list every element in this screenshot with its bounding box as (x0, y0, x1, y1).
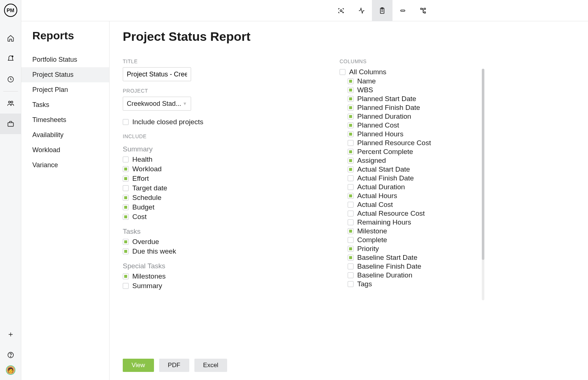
checkbox[interactable] (348, 272, 354, 278)
checkbox[interactable] (348, 96, 354, 102)
column-item-tags[interactable]: Tags (340, 280, 479, 288)
column-item-name[interactable]: Name (340, 77, 479, 86)
column-item-complete[interactable]: Complete (340, 236, 479, 244)
sidebar-item-portfolio-status[interactable]: Portfolio Status (21, 52, 109, 67)
checkbox[interactable] (348, 105, 354, 111)
title-input[interactable] (123, 67, 191, 81)
include-item-overdue[interactable]: Overdue (123, 237, 295, 247)
include-item-workload[interactable]: Workload (123, 164, 295, 174)
checkbox[interactable] (348, 122, 354, 128)
column-item-baseline-finish-date[interactable]: Baseline Finish Date (340, 262, 479, 271)
columns-scrollbar[interactable] (482, 69, 484, 300)
column-item-baseline-start-date[interactable]: Baseline Start Date (340, 253, 479, 262)
include-item-health[interactable]: Health (123, 155, 295, 164)
nav-notifications[interactable] (0, 49, 21, 69)
checkbox[interactable] (123, 214, 129, 220)
nav-recent[interactable] (0, 69, 21, 90)
sidebar-item-variance[interactable]: Variance (21, 158, 109, 173)
sidebar-item-tasks[interactable]: Tasks (21, 97, 109, 112)
checkbox[interactable] (348, 219, 354, 225)
column-item-planned-cost[interactable]: Planned Cost (340, 121, 479, 130)
column-item-planned-duration[interactable]: Planned Duration (340, 112, 479, 121)
all-columns-checkbox[interactable] (340, 69, 345, 75)
checkbox[interactable] (348, 202, 354, 208)
checkbox[interactable] (123, 185, 129, 191)
pdf-button[interactable]: PDF (159, 359, 189, 372)
column-item-actual-duration[interactable]: Actual Duration (340, 183, 479, 191)
checkbox[interactable] (348, 149, 354, 155)
checkbox[interactable] (348, 228, 354, 234)
checkbox[interactable] (348, 246, 354, 252)
checkbox[interactable] (348, 175, 354, 181)
checkbox[interactable] (348, 140, 354, 146)
include-item-milestones[interactable]: Milestones (123, 272, 295, 281)
project-select[interactable]: Creekwood Stad... ▼ (123, 97, 191, 111)
checkbox[interactable] (348, 255, 354, 261)
checkbox[interactable] (123, 157, 129, 162)
sidebar-item-project-status[interactable]: Project Status (21, 67, 109, 82)
column-item-planned-hours[interactable]: Planned Hours (340, 130, 479, 139)
column-item-planned-start-date[interactable]: Planned Start Date (340, 94, 479, 103)
nav-reports[interactable] (0, 114, 21, 134)
checkbox[interactable] (348, 211, 354, 216)
all-columns-row[interactable]: All Columns (340, 67, 479, 77)
nav-help[interactable] (0, 345, 21, 365)
checkbox[interactable] (348, 281, 354, 287)
sidebar-item-availability[interactable]: Availability (21, 128, 109, 143)
include-closed-row[interactable]: Include closed projects (123, 117, 295, 127)
column-item-actual-cost[interactable]: Actual Cost (340, 200, 479, 209)
checkbox[interactable] (348, 237, 354, 243)
sidebar-item-project-plan[interactable]: Project Plan (21, 82, 109, 97)
column-item-baseline-duration[interactable]: Baseline Duration (340, 271, 479, 280)
checkbox[interactable] (348, 114, 354, 119)
nav-add[interactable] (0, 324, 21, 345)
nav-people[interactable] (0, 93, 21, 114)
column-item-assigned[interactable]: Assigned (340, 156, 479, 165)
column-item-percent-complete[interactable]: Percent Complete (340, 147, 479, 156)
excel-button[interactable]: Excel (194, 359, 227, 372)
checkbox[interactable] (348, 264, 354, 269)
sidebar-item-workload[interactable]: Workload (21, 143, 109, 158)
column-item-actual-resource-cost[interactable]: Actual Resource Cost (340, 209, 479, 218)
column-item-milestone[interactable]: Milestone (340, 227, 479, 236)
checkbox[interactable] (123, 204, 129, 210)
checkbox[interactable] (123, 195, 129, 201)
column-item-planned-finish-date[interactable]: Planned Finish Date (340, 103, 479, 112)
column-item-actual-finish-date[interactable]: Actual Finish Date (340, 174, 479, 183)
app-logo[interactable]: PM (4, 4, 17, 17)
include-item-effort[interactable]: Effort (123, 174, 295, 183)
checkbox[interactable] (123, 283, 129, 289)
column-item-actual-hours[interactable]: Actual Hours (340, 191, 479, 200)
checkbox[interactable] (348, 184, 354, 190)
column-item-actual-start-date[interactable]: Actual Start Date (340, 165, 479, 174)
sidebar-item-timesheets[interactable]: Timesheets (21, 112, 109, 128)
user-avatar[interactable]: 🧑 (6, 365, 15, 375)
include-item-schedule[interactable]: Schedule (123, 193, 295, 202)
checkbox[interactable] (348, 158, 354, 164)
checkbox[interactable] (123, 248, 129, 254)
include-item-summary[interactable]: Summary (123, 281, 295, 291)
nav-home[interactable] (0, 28, 21, 49)
checkbox[interactable] (123, 176, 129, 182)
column-item-priority[interactable]: Priority (340, 244, 479, 253)
project-select-value: Creekwood Stad... (127, 100, 181, 108)
include-item-due-this-week[interactable]: Due this week (123, 247, 295, 256)
include-item-budget[interactable]: Budget (123, 202, 295, 212)
view-button[interactable]: View (123, 359, 154, 372)
checkbox[interactable] (348, 193, 354, 199)
column-item-remaining-hours[interactable]: Remaining Hours (340, 218, 479, 227)
include-closed-checkbox[interactable] (123, 119, 129, 125)
include-item-target-date[interactable]: Target date (123, 183, 295, 193)
scrollbar-thumb[interactable] (482, 69, 484, 260)
column-item-planned-resource-cost[interactable]: Planned Resource Cost (340, 139, 479, 147)
checkbox[interactable] (348, 131, 354, 137)
include-item-cost[interactable]: Cost (123, 212, 295, 222)
checkbox[interactable] (348, 87, 354, 93)
checkbox[interactable] (123, 166, 129, 172)
checkbox[interactable] (348, 166, 354, 172)
include-group-special-tasks: Special Tasks (123, 262, 295, 270)
checkbox[interactable] (123, 239, 129, 245)
checkbox[interactable] (123, 273, 129, 279)
checkbox[interactable] (348, 78, 354, 84)
column-item-wbs[interactable]: WBS (340, 86, 479, 94)
